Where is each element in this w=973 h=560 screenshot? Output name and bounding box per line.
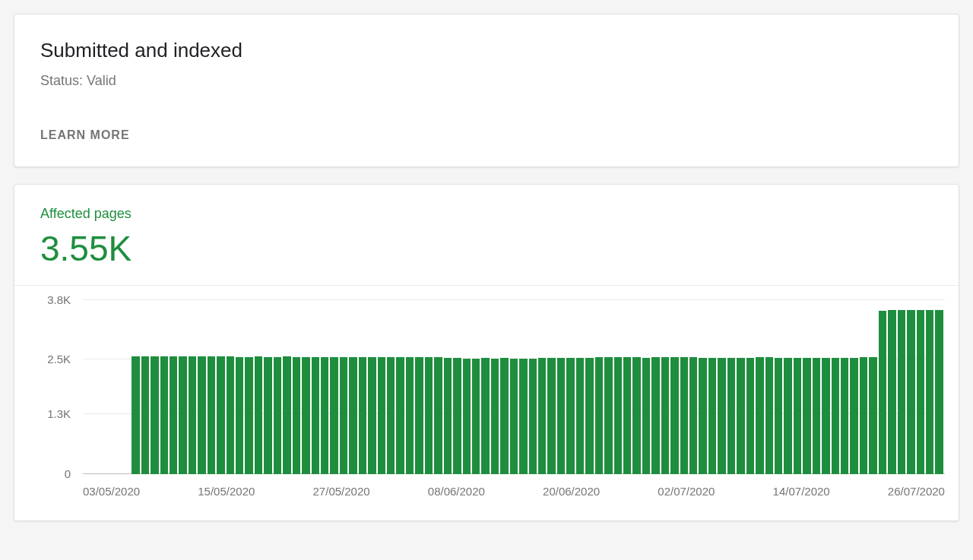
- chart-bar: [302, 357, 309, 474]
- chart-bar: [642, 358, 650, 474]
- chart-bar: [387, 357, 395, 473]
- chart-bar: [151, 356, 158, 473]
- chart-bar: [614, 357, 622, 473]
- chart-bar: [775, 358, 782, 474]
- status-line: Status: Valid: [40, 73, 933, 89]
- chart-bar: [708, 358, 716, 474]
- status-value: Valid: [87, 73, 116, 88]
- metric-value: 3.55K: [40, 229, 933, 268]
- chart-bar: [680, 357, 688, 474]
- x-tick-label: 27/05/2020: [313, 485, 370, 498]
- chart-bar: [236, 357, 243, 474]
- chart-bar: [189, 356, 196, 473]
- chart-bar: [765, 357, 773, 473]
- x-tick-label: 03/05/2020: [83, 485, 140, 498]
- chart-bar: [349, 357, 357, 474]
- chart-bar: [453, 358, 461, 474]
- chart-bar: [179, 356, 186, 473]
- chart-bar: [481, 358, 489, 474]
- chart-bar: [463, 359, 471, 474]
- chart-bar: [737, 358, 744, 474]
- y-tick-label: 1.3K: [47, 407, 71, 420]
- chart-bar: [699, 358, 706, 474]
- chart-header: Affected pages 3.55K: [14, 185, 959, 286]
- chart-bar: [879, 311, 886, 474]
- chart-bar: [264, 357, 271, 474]
- metric-label: Affected pages: [40, 206, 933, 222]
- chart-bar: [321, 357, 328, 474]
- chart-bar: [746, 358, 754, 474]
- learn-more-button[interactable]: LEARN MORE: [40, 125, 130, 145]
- chart-bar: [132, 356, 139, 473]
- chart-bar: [756, 357, 763, 473]
- x-tick-label: 08/06/2020: [428, 485, 485, 498]
- chart-bar: [245, 357, 252, 474]
- chart-bar: [312, 357, 319, 474]
- chart-bar: [359, 357, 366, 474]
- y-tick-label: 0: [65, 467, 71, 479]
- chart-bar: [595, 357, 603, 473]
- chart-bar: [566, 358, 574, 474]
- chart-bar: [935, 310, 943, 474]
- chart-bar: [661, 357, 669, 473]
- chart-bar: [378, 357, 385, 474]
- chart-bar: [557, 358, 565, 474]
- chart-bar: [510, 359, 518, 474]
- chart-bar: [585, 358, 593, 474]
- chart-bar: [538, 358, 546, 474]
- chart-bar: [293, 357, 300, 474]
- status-prefix: Status:: [40, 73, 87, 88]
- chart-bar: [784, 358, 791, 474]
- chart-bar: [604, 357, 612, 473]
- chart-bar: [141, 356, 149, 473]
- chart-bar: [406, 357, 414, 473]
- chart-bar: [425, 357, 433, 473]
- bar-container: [83, 299, 945, 474]
- chart-bar: [813, 358, 820, 474]
- chart-bar: [576, 358, 584, 474]
- x-tick-label: 26/07/2020: [888, 485, 945, 498]
- chart-bar: [472, 359, 480, 474]
- chart-bar: [274, 357, 281, 474]
- chart-bar: [491, 359, 499, 474]
- chart-bar: [718, 358, 725, 474]
- chart-area: 01.3K2.5K3.8K 03/05/202015/05/202027/05/…: [14, 286, 959, 520]
- y-tick-label: 2.5K: [47, 352, 71, 365]
- chart-bar: [500, 358, 508, 474]
- chart-bar: [841, 358, 848, 474]
- chart-bar: [255, 356, 262, 473]
- chart-bar: [794, 358, 801, 474]
- chart-bar: [368, 357, 376, 474]
- chart-bar: [434, 357, 442, 473]
- status-card: Submitted and indexed Status: Valid LEAR…: [14, 14, 959, 167]
- chart-bar: [860, 357, 867, 473]
- chart-bar: [208, 356, 215, 473]
- chart-bar: [330, 357, 338, 474]
- chart-bar: [869, 357, 876, 474]
- chart-bar: [396, 357, 404, 473]
- chart-bar: [632, 357, 640, 473]
- chart-bar: [803, 358, 810, 474]
- chart-bar: [670, 357, 678, 473]
- chart-bar: [926, 310, 933, 474]
- chart-bar: [170, 356, 177, 473]
- chart-bar: [850, 358, 857, 474]
- chart-bar: [519, 359, 527, 474]
- chart-bar: [444, 358, 452, 474]
- chart-bar: [623, 357, 631, 473]
- chart-bar: [822, 358, 829, 474]
- chart-bar: [340, 357, 347, 474]
- y-axis: 01.3K2.5K3.8K: [14, 299, 78, 473]
- y-tick-label: 3.8K: [47, 293, 71, 305]
- chart-bar: [898, 310, 905, 473]
- x-axis: 03/05/202015/05/202027/05/202008/06/2020…: [83, 485, 945, 498]
- x-tick-label: 20/06/2020: [543, 485, 600, 498]
- chart-bar: [888, 310, 895, 473]
- chart-bar: [415, 357, 423, 473]
- chart-bar: [547, 358, 555, 474]
- chart-bar: [160, 356, 168, 473]
- chart-bar: [217, 356, 224, 473]
- chart-bar: [727, 358, 735, 474]
- x-tick-label: 02/07/2020: [658, 485, 715, 498]
- chart-bar: [529, 359, 537, 474]
